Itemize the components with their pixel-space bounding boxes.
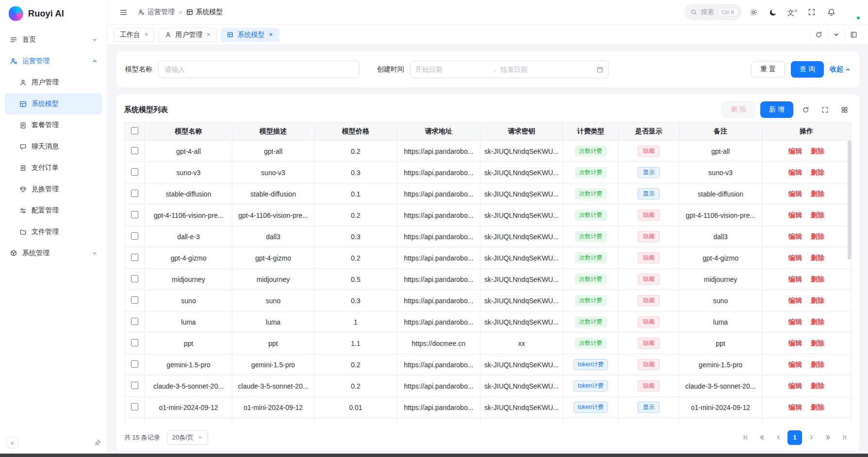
sidebar-collapse-button[interactable]: « bbox=[6, 436, 18, 449]
edit-link[interactable]: 编辑 bbox=[788, 382, 802, 390]
billing-badge: 次数计费 bbox=[575, 231, 607, 242]
tab-system-model[interactable]: 系统模型 ✕ bbox=[221, 28, 279, 42]
sidebar-item-chat-messages[interactable]: 聊天消息 bbox=[5, 136, 102, 157]
edit-link[interactable]: 编辑 bbox=[788, 318, 802, 326]
tab-user-management[interactable]: 用户管理 ✕ bbox=[159, 28, 217, 42]
chevron-down-icon[interactable] bbox=[827, 29, 845, 41]
sidebar-item-system-management[interactable]: 系统管理 bbox=[5, 243, 102, 264]
delete-link[interactable]: 删除 bbox=[811, 232, 824, 240]
sidebar-item-home[interactable]: 首页 bbox=[5, 29, 102, 50]
end-date-input[interactable] bbox=[500, 65, 573, 73]
delete-link[interactable]: 删除 bbox=[811, 360, 824, 368]
sidebar-item-payment-orders[interactable]: 支付订单 bbox=[5, 157, 102, 179]
last-page-button[interactable] bbox=[837, 430, 852, 445]
pin-icon[interactable] bbox=[94, 439, 101, 446]
dark-mode-moon-icon[interactable] bbox=[765, 4, 781, 20]
date-range-picker[interactable]: → bbox=[410, 61, 609, 78]
delete-link[interactable]: 删除 bbox=[811, 147, 824, 155]
translate-icon[interactable]: 文A bbox=[785, 4, 800, 20]
row-checkbox[interactable] bbox=[131, 318, 138, 325]
close-icon[interactable]: ✕ bbox=[206, 32, 211, 38]
edit-link[interactable]: 编辑 bbox=[788, 190, 802, 197]
edit-link[interactable]: 编辑 bbox=[788, 360, 802, 368]
delete-link[interactable]: 删除 bbox=[811, 318, 824, 326]
row-checkbox[interactable] bbox=[131, 147, 138, 154]
edit-link[interactable]: 编辑 bbox=[788, 296, 802, 304]
row-checkbox[interactable] bbox=[131, 190, 138, 197]
edit-link[interactable]: 编辑 bbox=[788, 147, 802, 155]
sidebar-item-label: 用户管理 bbox=[32, 78, 59, 87]
edit-link[interactable]: 编辑 bbox=[788, 232, 802, 240]
row-checkbox[interactable] bbox=[131, 339, 138, 346]
model-name-input[interactable] bbox=[158, 61, 360, 78]
close-icon[interactable]: ✕ bbox=[268, 32, 273, 38]
delete-button[interactable]: 删 除 bbox=[721, 101, 755, 118]
delete-link[interactable]: 删除 bbox=[811, 339, 824, 347]
table-row: o1-mini-2024-09-12 o1-mini-2024-09-12 0.… bbox=[125, 397, 851, 418]
delete-link[interactable]: 删除 bbox=[811, 211, 824, 219]
row-checkbox[interactable] bbox=[131, 254, 138, 261]
delete-link[interactable]: 删除 bbox=[811, 382, 824, 390]
search-input[interactable]: 搜索 Ctrl K bbox=[685, 4, 742, 20]
sidebar-item-package-management[interactable]: 套餐管理 bbox=[5, 114, 102, 136]
column-settings-icon[interactable] bbox=[837, 102, 852, 117]
delete-link[interactable]: 删除 bbox=[811, 403, 824, 411]
edit-link[interactable]: 编辑 bbox=[788, 168, 802, 176]
cell-remark: ppt bbox=[679, 333, 762, 354]
sidebar-item-system-model[interactable]: 系统模型 bbox=[5, 93, 102, 114]
hamburger-menu-icon[interactable] bbox=[115, 4, 131, 20]
edit-link[interactable]: 编辑 bbox=[788, 275, 802, 283]
row-checkbox-cell bbox=[125, 141, 145, 162]
next-page-button[interactable] bbox=[804, 430, 819, 445]
first-page-button[interactable] bbox=[738, 430, 753, 445]
page-number-button[interactable]: 1 bbox=[787, 430, 802, 445]
sidebar-item-file-management[interactable]: 文件管理 bbox=[5, 221, 102, 243]
table-scrollbar[interactable] bbox=[848, 140, 852, 424]
row-checkbox[interactable] bbox=[131, 168, 138, 176]
row-checkbox[interactable] bbox=[131, 232, 138, 240]
delete-link[interactable]: 删除 bbox=[811, 275, 824, 283]
breadcrumb-item-system-model[interactable]: 系统模型 bbox=[186, 8, 223, 16]
maximize-content-icon[interactable] bbox=[845, 29, 862, 41]
refresh-icon[interactable] bbox=[810, 29, 827, 41]
delete-link[interactable]: 删除 bbox=[811, 254, 824, 261]
edit-link[interactable]: 编辑 bbox=[788, 403, 802, 411]
sidebar: Ruoyi AI 首页 运营管理 bbox=[0, 0, 108, 454]
edit-link[interactable]: 编辑 bbox=[788, 339, 802, 347]
edit-link[interactable]: 编辑 bbox=[788, 211, 802, 219]
breadcrumb-item-operations[interactable]: 运营管理 bbox=[138, 8, 175, 16]
reset-button[interactable]: 重 置 bbox=[751, 61, 785, 78]
row-checkbox[interactable] bbox=[131, 403, 138, 410]
add-button[interactable]: 新 增 bbox=[760, 101, 793, 118]
page-size-select[interactable]: 20条/页 bbox=[167, 430, 208, 445]
sidebar-item-operations[interactable]: 运营管理 bbox=[5, 50, 102, 72]
refresh-table-icon[interactable] bbox=[798, 102, 813, 117]
row-checkbox[interactable] bbox=[131, 296, 138, 304]
edit-link[interactable]: 编辑 bbox=[788, 254, 802, 261]
user-avatar[interactable] bbox=[845, 4, 860, 20]
row-checkbox[interactable] bbox=[131, 382, 138, 389]
prev-5-pages-button[interactable] bbox=[754, 430, 769, 445]
select-all-checkbox[interactable] bbox=[131, 127, 138, 134]
collapse-filter-button[interactable]: 收起 bbox=[830, 65, 851, 74]
scrollbar-thumb[interactable] bbox=[848, 140, 852, 260]
fullscreen-icon[interactable] bbox=[804, 4, 819, 20]
sidebar-item-user-management[interactable]: 用户管理 bbox=[5, 72, 102, 93]
close-icon[interactable]: ✕ bbox=[144, 32, 148, 38]
prev-page-button[interactable] bbox=[771, 430, 786, 445]
gear-icon[interactable] bbox=[746, 4, 761, 20]
row-checkbox[interactable] bbox=[131, 360, 138, 368]
delete-link[interactable]: 删除 bbox=[811, 296, 824, 304]
start-date-input[interactable] bbox=[415, 65, 488, 73]
query-button[interactable]: 查 询 bbox=[791, 61, 824, 78]
sidebar-item-config-management[interactable]: 配置管理 bbox=[5, 200, 102, 221]
row-checkbox[interactable] bbox=[131, 275, 138, 282]
row-checkbox[interactable] bbox=[131, 211, 138, 218]
delete-link[interactable]: 删除 bbox=[811, 190, 824, 197]
sidebar-item-exchange-management[interactable]: 兑换管理 bbox=[5, 179, 102, 200]
delete-link[interactable]: 删除 bbox=[811, 168, 824, 176]
notifications-bell-icon[interactable] bbox=[823, 4, 839, 20]
next-5-pages-button[interactable] bbox=[820, 430, 835, 445]
fullscreen-table-icon[interactable] bbox=[818, 102, 832, 117]
tab-workbench[interactable]: 工作台 ✕ bbox=[114, 28, 155, 42]
